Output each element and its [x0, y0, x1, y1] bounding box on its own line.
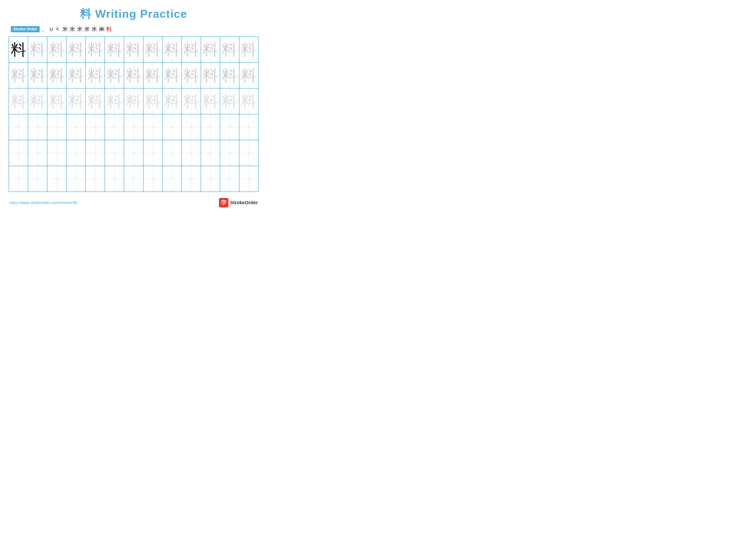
svg-line-95 — [163, 114, 181, 140]
grid-cell[interactable]: 料 — [182, 37, 201, 63]
grid-cell[interactable] — [124, 140, 143, 166]
grid-cell[interactable] — [201, 166, 220, 192]
grid-cell[interactable] — [182, 114, 201, 140]
grid-cell[interactable]: 料 — [239, 37, 258, 63]
grid-cell[interactable] — [239, 166, 258, 192]
grid-cell[interactable] — [239, 140, 258, 166]
grid-cell[interactable]: 料 — [86, 37, 105, 63]
svg-line-105 — [9, 140, 28, 165]
practice-char: 料 — [49, 93, 65, 109]
grid-cell[interactable]: 料 — [86, 63, 105, 88]
grid-cell[interactable]: 料 — [105, 63, 124, 88]
grid-cell[interactable] — [220, 140, 239, 166]
grid-cell[interactable]: 料 — [220, 88, 239, 114]
grid-cell[interactable]: 料 — [239, 88, 258, 114]
grid-cell[interactable]: 料 — [28, 37, 47, 63]
grid-cell[interactable]: 料 — [220, 37, 239, 63]
practice-char: 料 — [11, 68, 26, 83]
grid-cell[interactable] — [220, 166, 239, 192]
grid-cell[interactable]: 料 — [47, 37, 67, 63]
grid-cell[interactable] — [239, 114, 258, 140]
svg-line-90 — [124, 114, 143, 140]
grid-cell[interactable]: 料 — [47, 63, 67, 88]
grid-cell[interactable] — [67, 114, 86, 140]
grid-cell[interactable]: 料 — [67, 37, 86, 63]
grid-cell[interactable] — [67, 140, 86, 166]
svg-line-125 — [201, 140, 220, 165]
grid-cell[interactable]: 料 — [124, 88, 143, 114]
grid-cell[interactable] — [124, 114, 143, 140]
grid-cell[interactable] — [162, 114, 182, 140]
grid-cell[interactable]: 料 — [28, 63, 47, 88]
grid-cell[interactable]: 料 — [105, 37, 124, 63]
grid-cell[interactable]: 料 — [201, 63, 220, 88]
stroke-1: 、 — [42, 25, 47, 33]
grid-cell[interactable] — [67, 166, 86, 192]
grid-cell[interactable] — [182, 166, 201, 192]
grid-cell[interactable] — [162, 166, 182, 192]
grid-cell[interactable] — [9, 166, 28, 192]
grid-cell[interactable]: 料 — [239, 63, 258, 88]
grid-cell[interactable] — [28, 140, 47, 166]
svg-line-142 — [124, 166, 143, 191]
grid-cell[interactable]: 料 — [86, 88, 105, 114]
grid-cell[interactable]: 料 — [143, 88, 162, 114]
grid-cell[interactable]: 料 — [124, 37, 143, 63]
grid-cell[interactable] — [201, 140, 220, 166]
grid-cell[interactable] — [182, 140, 201, 166]
svg-line-85 — [67, 114, 85, 140]
grid-cell[interactable] — [86, 114, 105, 140]
grid-cell[interactable]: 料 — [67, 63, 86, 88]
grid-cell[interactable]: 料 — [182, 63, 201, 88]
grid-cell[interactable] — [143, 114, 162, 140]
grid-cell[interactable]: 料 — [47, 88, 67, 114]
svg-line-117 — [124, 140, 143, 165]
grid-cell[interactable]: 料 — [182, 88, 201, 114]
grid-cell[interactable]: 料 — [162, 88, 182, 114]
grid-cell[interactable] — [47, 166, 67, 192]
grid-cell[interactable] — [9, 140, 28, 166]
practice-char: 料 — [49, 68, 65, 83]
svg-line-119 — [144, 140, 162, 165]
practice-char: 料 — [145, 42, 161, 57]
grid-cell[interactable]: 料 — [162, 63, 182, 88]
grid-cell[interactable]: 料 — [9, 63, 28, 88]
grid-cell[interactable] — [28, 166, 47, 192]
grid-cell[interactable]: 料 — [28, 88, 47, 114]
practice-char: 料 — [11, 42, 26, 57]
grid-cell[interactable] — [220, 114, 239, 140]
grid-cell[interactable]: 料 — [9, 88, 28, 114]
practice-char: 料 — [30, 68, 45, 83]
grid-cell[interactable] — [105, 140, 124, 166]
grid-cell[interactable] — [124, 166, 143, 192]
svg-line-153 — [220, 166, 239, 191]
grid-cell[interactable] — [105, 166, 124, 192]
svg-line-127 — [220, 140, 239, 165]
grid-cell[interactable]: 料 — [124, 63, 143, 88]
svg-line-92 — [144, 114, 162, 140]
grid-cell[interactable] — [47, 140, 67, 166]
grid-cell[interactable]: 料 — [67, 88, 86, 114]
footer-url: https://www.strokeorder.com/chinese/料 — [10, 200, 78, 205]
grid-cell[interactable]: 料 — [162, 37, 182, 63]
grid-cell[interactable] — [86, 166, 105, 192]
grid-cell[interactable]: 料 — [201, 37, 220, 63]
svg-line-104 — [9, 140, 28, 165]
grid-cell[interactable] — [143, 140, 162, 166]
grid-cell[interactable]: 料 — [143, 63, 162, 88]
logo-text: StrokeOrder — [230, 200, 258, 206]
grid-cell[interactable] — [143, 166, 162, 192]
grid-cell[interactable] — [47, 114, 67, 140]
grid-cell[interactable] — [9, 114, 28, 140]
grid-cell[interactable]: 料 — [201, 88, 220, 114]
grid-cell[interactable] — [86, 140, 105, 166]
grid-cell[interactable]: 料 — [105, 88, 124, 114]
svg-line-112 — [86, 140, 104, 165]
grid-cell[interactable] — [28, 114, 47, 140]
grid-cell[interactable] — [201, 114, 220, 140]
grid-cell[interactable]: 料 — [220, 63, 239, 88]
grid-cell[interactable] — [105, 114, 124, 140]
grid-cell[interactable] — [162, 140, 182, 166]
grid-cell[interactable]: 料 — [9, 37, 28, 63]
grid-cell[interactable]: 料 — [143, 37, 162, 63]
